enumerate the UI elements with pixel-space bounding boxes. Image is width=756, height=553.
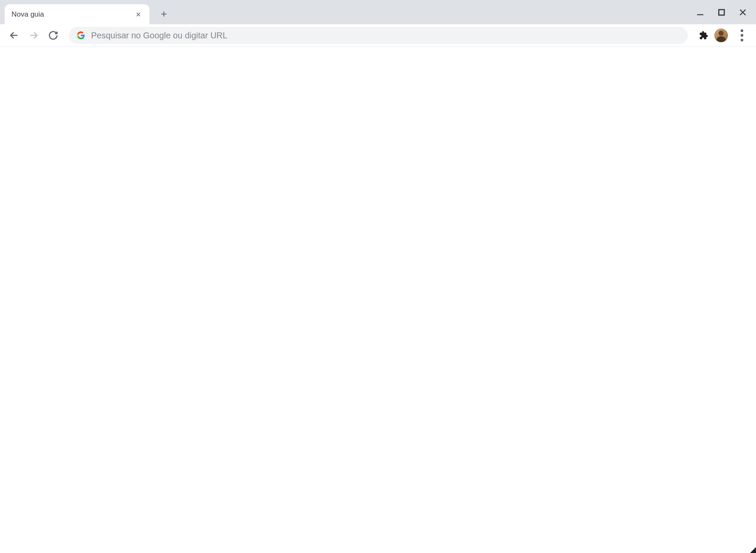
reload-icon <box>48 30 58 40</box>
toolbar-right <box>696 27 750 43</box>
profile-avatar-button[interactable] <box>714 29 728 42</box>
address-bar[interactable] <box>69 27 688 44</box>
browser-tab[interactable]: Nova guia <box>5 4 149 24</box>
google-icon <box>77 31 85 40</box>
maximize-icon <box>717 8 726 17</box>
new-tab-button[interactable] <box>156 6 172 22</box>
tab-strip: Nova guia <box>0 0 756 24</box>
extensions-button[interactable] <box>699 31 708 40</box>
forward-arrow-icon <box>29 30 39 40</box>
maximize-button[interactable] <box>717 8 726 17</box>
resize-handle[interactable] <box>750 547 756 553</box>
svg-point-10 <box>741 29 743 32</box>
window-controls <box>696 0 756 24</box>
back-button[interactable] <box>6 27 22 43</box>
back-arrow-icon <box>9 30 19 40</box>
reload-button[interactable] <box>45 27 61 43</box>
minimize-icon <box>696 8 705 17</box>
svg-point-12 <box>741 39 743 41</box>
toolbar <box>0 24 756 47</box>
forward-button[interactable] <box>26 27 42 43</box>
close-window-button[interactable] <box>738 8 747 17</box>
tab-title: Nova guia <box>11 10 134 19</box>
puzzle-icon <box>700 31 708 39</box>
menu-button[interactable] <box>734 27 750 43</box>
svg-point-11 <box>741 34 743 37</box>
more-vertical-icon <box>734 27 750 43</box>
minimize-button[interactable] <box>696 8 705 17</box>
close-tab-button[interactable] <box>134 10 143 19</box>
svg-rect-5 <box>719 9 724 15</box>
close-icon <box>135 11 142 18</box>
address-input[interactable] <box>91 31 680 40</box>
plus-icon <box>160 10 168 18</box>
close-icon <box>738 8 747 17</box>
